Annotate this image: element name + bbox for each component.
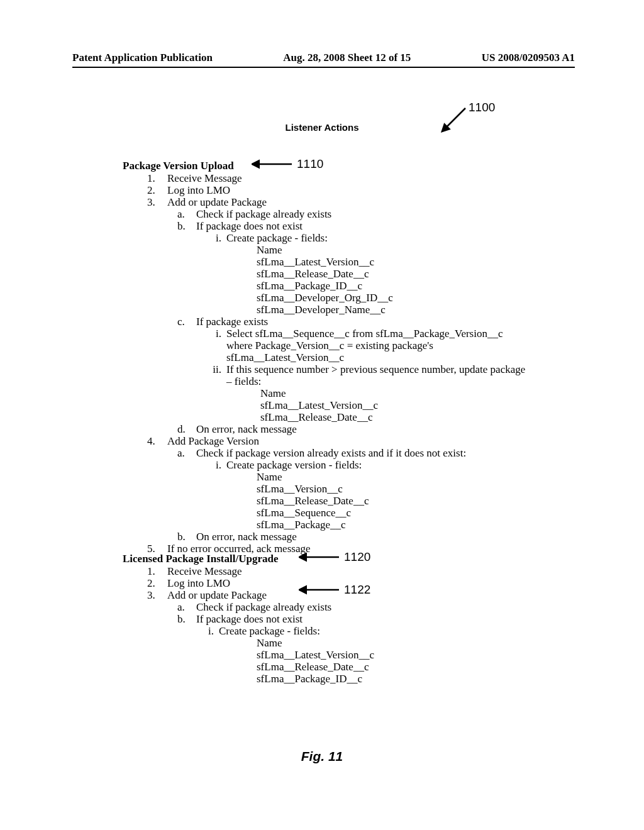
text: If this sequence number > previous seque…	[226, 363, 525, 375]
field: sfLma__Release_Date__c	[257, 661, 374, 673]
text: Log into LMO	[167, 577, 230, 589]
text: On error, nack message	[196, 423, 297, 435]
field: Name	[257, 637, 374, 649]
list-item: c.If package exists	[177, 316, 525, 328]
page: Patent Application Publication Aug. 28, …	[0, 0, 644, 830]
text: Select sfLma__Sequence__c from sfLma__Pa…	[226, 328, 503, 340]
text: On error, nack message	[196, 531, 297, 543]
callout-1110: 1110	[252, 157, 323, 171]
text: Receive Message	[167, 172, 242, 184]
field: sfLma__Version__c	[257, 483, 525, 495]
header-center: Aug. 28, 2008 Sheet 12 of 15	[283, 52, 411, 64]
field: sfLma__Latest_Version__c	[260, 399, 525, 411]
text: Log into LMO	[167, 184, 230, 196]
list-item: 3.Add or update Package	[147, 589, 374, 601]
text: sfLma__Latest_Version__c	[226, 351, 525, 363]
field: sfLma__Release_Date__c	[257, 495, 525, 507]
text: Check if package already exists	[196, 208, 331, 220]
text: If package exists	[196, 316, 268, 328]
upload-heading: Package Version Upload	[123, 160, 234, 172]
list-item: a.Check if package version already exist…	[177, 447, 525, 459]
field: sfLma__Release_Date__c	[257, 268, 525, 280]
list-item: i.Create package - fields:	[200, 232, 525, 244]
upload-list: 1.Receive Message 2.Log into LMO 3.Add o…	[147, 172, 525, 555]
install-heading: Licensed Package Install/Upgrade	[123, 553, 278, 565]
header-rule	[72, 67, 575, 68]
field: sfLma__Package_ID__c	[257, 673, 374, 685]
list-item: 4.Add Package Version	[147, 435, 525, 447]
callout-1100: 1100	[469, 101, 495, 114]
text: If package does not exist	[196, 613, 303, 625]
text: Add Package Version	[167, 435, 259, 447]
field: sfLma__Package_ID__c	[257, 280, 525, 292]
left-arrow-icon	[299, 551, 344, 563]
field: sfLma__Latest_Version__c	[257, 649, 374, 661]
list-item: a.Check if package already exists	[177, 601, 374, 613]
field: Name	[260, 387, 525, 399]
text: Check if package version already exists …	[196, 447, 466, 459]
figure-caption: Fig. 11	[0, 749, 644, 764]
text: Check if package already exists	[196, 601, 331, 613]
text: Create package - fields:	[226, 232, 328, 244]
text: – fields:	[226, 375, 525, 387]
field: sfLma__Latest_Version__c	[257, 256, 525, 268]
page-header: Patent Application Publication Aug. 28, …	[72, 52, 575, 64]
header-right: US 2008/0209503 A1	[482, 52, 575, 64]
diagram-title: Listener Actions	[0, 122, 644, 133]
left-arrow-icon	[252, 158, 297, 170]
field: sfLma__Sequence__c	[257, 507, 525, 519]
list-item: 1.Receive Message	[147, 565, 374, 577]
list-item: ii.If this sequence number > previous se…	[200, 363, 525, 387]
field: sfLma__Package__c	[257, 519, 525, 531]
list-item: d.On error, nack message	[177, 423, 525, 435]
list-item: 1.Receive Message	[147, 172, 525, 184]
text: Receive Message	[167, 565, 242, 577]
header-left: Patent Application Publication	[72, 52, 213, 64]
field: sfLma__Release_Date__c	[260, 411, 525, 423]
list-item: 2.Log into LMO	[147, 577, 374, 589]
text: where Package_Version__c = existing pack…	[226, 340, 525, 351]
text: Add or update Package	[167, 196, 267, 208]
list-item: 3.Add or update Package	[147, 196, 525, 208]
list-item: i.Create package - fields:	[192, 625, 374, 637]
list-item: b.If package does not exist	[177, 220, 525, 232]
callout-1120-label: 1120	[344, 550, 370, 564]
text: Add or update Package	[167, 589, 267, 601]
list-item: b.On error, nack message	[177, 531, 525, 543]
list-item: a.Check if package already exists	[177, 208, 525, 220]
list-item: i.Select sfLma__Sequence__c from sfLma__…	[200, 328, 525, 363]
install-list: 1.Receive Message 2.Log into LMO 3.Add o…	[147, 565, 374, 685]
list-item: b.If package does not exist	[177, 613, 374, 625]
field: Name	[257, 244, 525, 256]
field: sfLma__Developer_Name__c	[257, 304, 525, 316]
field: Name	[257, 471, 525, 483]
list-item: i.Create package version - fields:	[200, 459, 525, 471]
callout-1120: 1120	[299, 550, 370, 564]
text: Create package - fields:	[219, 625, 320, 637]
text: If package does not exist	[196, 220, 303, 232]
callout-1110-label: 1110	[297, 157, 323, 171]
list-item: 2.Log into LMO	[147, 184, 525, 196]
field: sfLma__Developer_Org_ID__c	[257, 292, 525, 304]
text: Create package version - fields:	[226, 459, 362, 471]
